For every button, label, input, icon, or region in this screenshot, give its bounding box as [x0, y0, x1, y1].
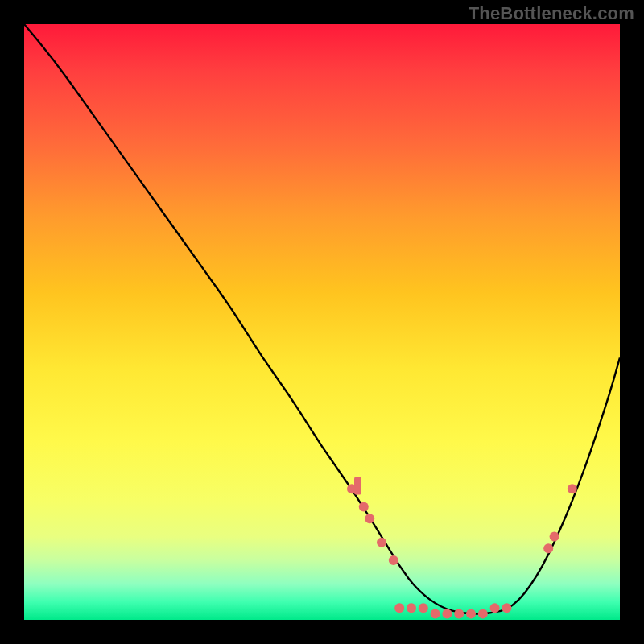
curve-dot — [365, 514, 374, 523]
curve-dot — [377, 538, 386, 547]
curve-dot — [550, 531, 559, 541]
curve-svg — [24, 24, 620, 620]
curve-dot — [431, 609, 440, 619]
watermark-text: TheBottleneck.com — [469, 3, 634, 24]
curve-dot — [419, 603, 428, 613]
curve-dot — [442, 609, 452, 619]
curve-line — [24, 24, 620, 614]
curve-dot — [490, 603, 500, 613]
curve-point-bar — [354, 477, 361, 494]
curve-dot — [407, 603, 416, 613]
curve-dot — [394, 603, 404, 613]
curve-dots — [347, 484, 577, 618]
curve-dot — [543, 543, 553, 553]
plot-area — [24, 24, 620, 620]
curve-dot — [454, 609, 464, 619]
curve-dot — [466, 609, 476, 619]
curve-dot — [478, 609, 488, 619]
curve-dot — [502, 603, 511, 613]
curve-dot — [568, 484, 577, 493]
curve-dot — [389, 555, 398, 565]
chart-container: TheBottleneck.com — [0, 0, 644, 644]
curve-dot — [359, 502, 369, 511]
